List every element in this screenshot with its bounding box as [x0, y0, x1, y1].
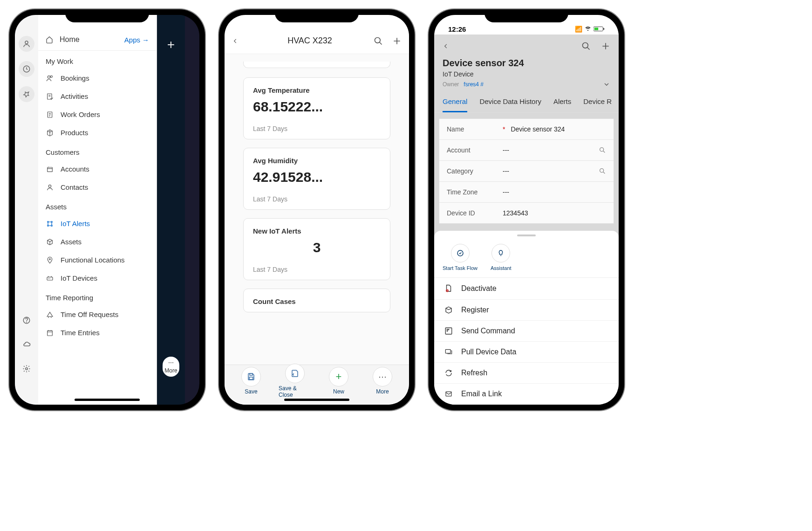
nav-time-off[interactable]: Time Off Requests [38, 305, 157, 324]
pull-data-icon [444, 348, 454, 356]
work-orders-icon [46, 111, 54, 118]
refresh-icon [444, 369, 454, 377]
section-my-work: My Work [38, 51, 157, 69]
svg-point-6 [50, 76, 52, 77]
iot-devices-icon [46, 275, 54, 282]
section-assets: Assets [38, 196, 157, 214]
phone-mock-1: Home Apps → My Work Bookings Activities … [9, 9, 205, 410]
card-value: 3 [253, 240, 381, 255]
card-avg-temperature[interactable]: Avg Temperature 68.15222... Last 7 Days [243, 77, 390, 139]
action-pull-device-data[interactable]: Pull Device Data [434, 342, 619, 363]
back-button[interactable] [232, 36, 246, 46]
save-button[interactable]: Save [235, 367, 267, 395]
page-title: HVAC X232 [246, 36, 374, 46]
svg-point-11 [48, 221, 49, 222]
pin-icon[interactable] [19, 86, 34, 102]
status-bar: 12:26 📶 [434, 23, 619, 34]
header: HVAC X232 [225, 28, 409, 54]
accounts-icon [46, 166, 54, 173]
time-off-icon [46, 311, 54, 318]
help-icon[interactable] [19, 312, 34, 328]
assistant-icon [491, 244, 510, 262]
content-overlay: + ⋯ More [157, 15, 185, 405]
action-deactivate[interactable]: Deactivate [434, 278, 619, 300]
svg-point-10 [48, 185, 51, 187]
search-icon[interactable] [374, 36, 383, 46]
deactivate-icon [444, 284, 454, 293]
svg-rect-23 [603, 28, 604, 30]
signal-icon: 📶 [575, 26, 582, 33]
clock-icon[interactable] [19, 61, 34, 77]
nav-iot-alerts[interactable]: IoT Alerts [38, 214, 157, 233]
locations-icon [46, 256, 54, 264]
navigation-menu: Home Apps → My Work Bookings Activities … [38, 15, 157, 405]
card-period: Last 7 Days [253, 125, 381, 132]
card-label: Avg Humidity [253, 157, 381, 165]
svg-point-14 [51, 225, 53, 226]
nav-iot-devices[interactable]: IoT Devices [38, 269, 157, 287]
svg-point-18 [375, 37, 381, 43]
nav-contacts[interactable]: Contacts [38, 178, 157, 196]
more-button[interactable]: ⋯ More [366, 367, 399, 395]
assistant-button[interactable]: Assistant [491, 244, 512, 271]
nav-time-entries[interactable]: Time Entries [38, 324, 157, 342]
action-register[interactable]: Register [434, 300, 619, 321]
home-indicator [284, 399, 349, 401]
nav-assets[interactable]: Assets [38, 233, 157, 251]
products-icon [46, 129, 54, 137]
cloud-icon[interactable] [19, 337, 34, 352]
more-button[interactable]: ⋯ More [163, 357, 179, 377]
nav-work-orders[interactable]: Work Orders [38, 105, 157, 124]
action-send-command[interactable]: Send Command [434, 321, 619, 342]
start-task-flow-button[interactable]: Start Task Flow [443, 244, 478, 271]
svg-point-4 [26, 368, 28, 370]
phone-mock-2: HVAC X232 Avg Temperature 68.15222... La… [219, 9, 415, 410]
add-icon[interactable]: + [167, 37, 175, 52]
new-button[interactable]: + New [322, 367, 355, 395]
battery-icon [594, 26, 605, 32]
nav-products[interactable]: Products [38, 124, 157, 142]
svg-point-0 [25, 41, 28, 44]
nav-functional-locations[interactable]: Functional Locations [38, 251, 157, 269]
section-customers: Customers [38, 142, 157, 160]
email-icon [444, 390, 454, 398]
nav-accounts[interactable]: Accounts [38, 160, 157, 178]
phone-mock-3: 12:26 📶 Device sensor 324 IoT [429, 9, 624, 410]
assets-icon [46, 238, 54, 246]
svg-point-15 [49, 258, 51, 260]
svg-rect-29 [445, 328, 452, 334]
card-label: New IoT Alerts [253, 227, 381, 235]
new-icon: + [329, 367, 348, 386]
action-email-link[interactable]: Email a Link [434, 384, 619, 405]
arrow-right-icon: → [142, 36, 149, 44]
sheet-handle[interactable] [517, 234, 536, 236]
svg-rect-19 [250, 373, 252, 375]
apps-link[interactable]: Apps → [124, 36, 149, 44]
nav-activities[interactable]: Activities [38, 87, 157, 105]
register-icon [444, 306, 454, 314]
home-indicator [75, 399, 140, 401]
task-flow-icon [451, 244, 470, 262]
action-refresh[interactable]: Refresh [434, 363, 619, 384]
action-sheet: Start Task Flow Assistant Deactivate Reg… [434, 231, 619, 405]
card-period: Last 7 Days [253, 195, 381, 203]
activities-icon [46, 93, 54, 100]
save-close-button[interactable]: Save & Close [279, 364, 311, 398]
svg-rect-17 [48, 331, 53, 336]
card-avg-humidity[interactable]: Avg Humidity 42.91528... Last 7 Days [243, 148, 390, 210]
wifi-icon [584, 26, 592, 32]
add-icon[interactable] [392, 36, 402, 46]
gear-icon[interactable] [19, 361, 34, 377]
card-count-cases[interactable]: Count Cases [243, 289, 390, 312]
home-row[interactable]: Home Apps → [38, 29, 157, 51]
bookings-icon [46, 75, 54, 82]
nav-bookings[interactable]: Bookings [38, 69, 157, 87]
card-value: 68.15222... [253, 99, 381, 115]
card-new-iot-alerts[interactable]: New IoT Alerts 3 Last 7 Days [243, 218, 390, 280]
home-icon [46, 36, 53, 43]
section-time-reporting: Time Reporting [38, 287, 157, 305]
more-icon: ⋯ [373, 367, 392, 386]
svg-point-32 [447, 331, 448, 331]
contacts-icon [46, 184, 54, 191]
profile-icon[interactable] [19, 36, 34, 52]
